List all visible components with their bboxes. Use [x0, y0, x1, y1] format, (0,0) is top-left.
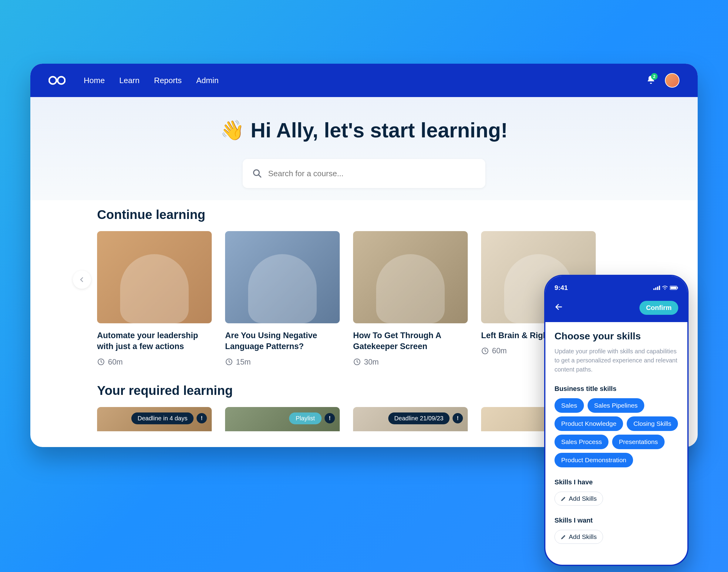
- svg-rect-10: [657, 287, 658, 290]
- course-title: Are You Using Negative Language Patterns…: [225, 330, 340, 352]
- course-duration: 60m: [97, 358, 212, 366]
- battery-icon: [670, 286, 678, 290]
- duration-text: 15m: [236, 358, 251, 366]
- svg-rect-15: [677, 287, 678, 289]
- skill-chip[interactable]: Closing Skills: [627, 416, 678, 431]
- course-duration: 30m: [353, 358, 468, 366]
- skill-chip[interactable]: Sales Process: [555, 435, 608, 449]
- skill-chip[interactable]: Product Demonstration: [555, 453, 633, 468]
- nav-learn[interactable]: Learn: [119, 76, 140, 85]
- main-nav: Home Learn Reports Admin: [84, 76, 219, 85]
- duration-text: 60m: [492, 346, 507, 355]
- mobile-page-title: Choose your skills: [555, 331, 678, 342]
- notifications-count-badge: 2: [651, 73, 658, 80]
- add-skills-label: Add Skills: [569, 495, 597, 502]
- deadline-badge: Deadline 21/09/23: [388, 413, 449, 424]
- required-course-card[interactable]: Playlist !: [225, 407, 340, 431]
- clock-icon: [481, 347, 489, 355]
- add-skills-button[interactable]: Add Skills: [555, 530, 603, 544]
- arrow-left-icon: [555, 303, 563, 311]
- course-thumbnail: [353, 231, 468, 323]
- pencil-icon: [561, 534, 566, 540]
- pencil-icon: [561, 496, 566, 501]
- playlist-badge: Playlist: [289, 413, 321, 424]
- add-skills-label: Add Skills: [569, 533, 597, 541]
- mobile-app-frame: 9:41 Confirm Choose your skills Update y…: [544, 275, 688, 566]
- course-duration: 15m: [225, 358, 340, 366]
- continue-learning-title: Continue learning: [97, 207, 631, 222]
- app-logo-icon: [49, 75, 66, 86]
- deadline-badge: Deadline in 4 days: [131, 413, 194, 424]
- signal-icon: [653, 286, 660, 290]
- duration-text: 30m: [364, 358, 379, 366]
- alert-icon: !: [453, 413, 463, 423]
- required-course-card[interactable]: Deadline in 4 days !: [97, 407, 212, 431]
- business-skills-heading: Business title skills: [555, 385, 678, 393]
- course-card[interactable]: Automate your leadership with just a few…: [97, 231, 212, 366]
- top-navigation-bar: Home Learn Reports Admin 2: [30, 64, 698, 97]
- mobile-nav-row: Confirm: [555, 301, 678, 315]
- topbar-right: 2: [646, 73, 679, 88]
- hero-title-text: Hi Ally, let's start learning!: [250, 118, 507, 142]
- mobile-page-description: Update your profile with skills and capa…: [555, 347, 678, 374]
- alert-icon: !: [197, 413, 207, 423]
- skills-want-heading: Skills I want: [555, 516, 678, 524]
- required-course-card[interactable]: Deadline 21/09/23 !: [353, 407, 468, 431]
- hero-title: 👋 Hi Ally, let's start learning!: [220, 118, 507, 142]
- svg-rect-11: [659, 286, 660, 290]
- carousel-prev-button[interactable]: [73, 271, 91, 289]
- notifications-button[interactable]: 2: [646, 75, 656, 86]
- skills-have-chips: Add Skills: [555, 492, 678, 506]
- skill-chip[interactable]: Presentations: [612, 435, 664, 449]
- confirm-button[interactable]: Confirm: [639, 301, 678, 315]
- svg-rect-8: [653, 288, 655, 290]
- back-button[interactable]: [555, 303, 563, 313]
- duration-text: 60m: [108, 358, 123, 366]
- skill-chip[interactable]: Sales Pipelines: [588, 398, 645, 413]
- svg-rect-9: [655, 288, 656, 290]
- course-title: Automate your leadership with just a few…: [97, 330, 212, 352]
- skill-chip[interactable]: Product Knowledge: [555, 416, 623, 431]
- business-skills-chips: Sales Sales Pipelines Product Knowledge …: [555, 398, 678, 468]
- nav-home[interactable]: Home: [84, 76, 105, 85]
- search-input[interactable]: [268, 169, 476, 178]
- status-icons: [653, 286, 678, 290]
- search-box[interactable]: [243, 159, 485, 188]
- clock-icon: [225, 358, 233, 366]
- skills-have-heading: Skills I have: [555, 478, 678, 486]
- card-badges: Deadline in 4 days !: [131, 413, 207, 424]
- course-title: How To Get Through A Gatekeeper Screen: [353, 330, 468, 352]
- alert-icon: !: [324, 413, 335, 423]
- clock-icon: [353, 358, 361, 366]
- svg-line-3: [259, 175, 261, 177]
- wifi-icon: [662, 286, 668, 290]
- card-badges: Deadline 21/09/23 !: [388, 413, 463, 424]
- user-avatar[interactable]: [665, 73, 679, 88]
- topbar-left: Home Learn Reports Admin: [49, 75, 219, 86]
- svg-point-1: [58, 77, 65, 84]
- course-card[interactable]: Are You Using Negative Language Patterns…: [225, 231, 340, 366]
- card-badges: Playlist !: [289, 413, 335, 424]
- nav-admin[interactable]: Admin: [196, 76, 219, 85]
- svg-point-12: [665, 289, 665, 290]
- hero-section: 👋 Hi Ally, let's start learning!: [30, 97, 698, 200]
- course-card[interactable]: How To Get Through A Gatekeeper Screen 3…: [353, 231, 468, 366]
- add-skills-button[interactable]: Add Skills: [555, 492, 603, 506]
- status-bar: 9:41: [555, 284, 678, 292]
- course-thumbnail: [225, 231, 340, 323]
- wave-icon: 👋: [220, 119, 244, 142]
- svg-point-0: [49, 77, 56, 84]
- mobile-body: Choose your skills Update your profile w…: [545, 322, 687, 563]
- clock-icon: [97, 358, 105, 366]
- status-time: 9:41: [555, 284, 568, 292]
- chevron-left-icon: [79, 277, 85, 283]
- course-thumbnail: [97, 231, 212, 323]
- svg-rect-14: [670, 287, 676, 289]
- skills-want-chips: Add Skills: [555, 530, 678, 544]
- nav-reports[interactable]: Reports: [154, 76, 182, 85]
- mobile-header: 9:41 Confirm: [545, 276, 687, 322]
- search-icon: [252, 169, 262, 178]
- skill-chip[interactable]: Sales: [555, 398, 584, 413]
